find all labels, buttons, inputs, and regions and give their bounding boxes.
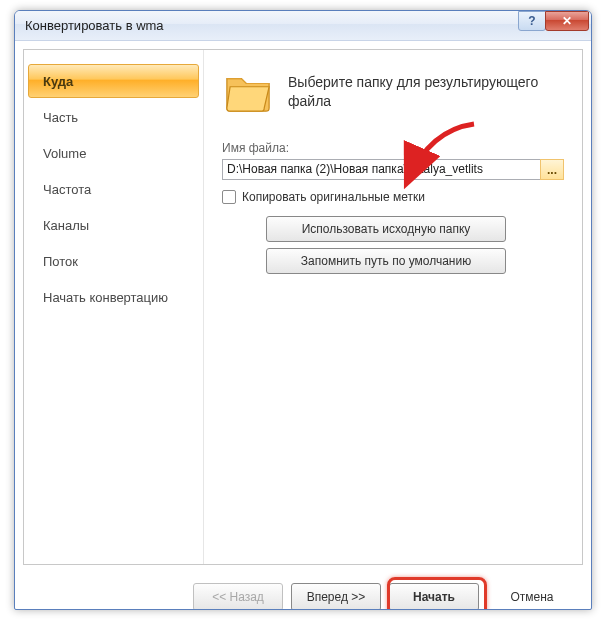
close-button[interactable]: ✕ (545, 11, 589, 31)
sidebar-item-label: Куда (43, 74, 73, 89)
remember-default-path-button[interactable]: Запомнить путь по умолчанию (266, 248, 506, 274)
start-button[interactable]: Начать (389, 583, 479, 610)
sidebar-item-label: Каналы (43, 218, 89, 233)
dialog-window: Конвертировать в wma ? ✕ Куда Часть Volu… (14, 10, 592, 610)
folder-buttons: Использовать исходную папку Запомнить пу… (266, 216, 564, 274)
copy-tags-checkbox[interactable] (222, 190, 236, 204)
window-controls: ? ✕ (519, 11, 589, 31)
heading-row: Выберите папку для результирующего файла (222, 64, 564, 119)
sidebar-item-destination[interactable]: Куда (28, 64, 199, 98)
file-path-input[interactable]: D:\Новая папка (2)\Новая папка\natalya_v… (222, 159, 541, 180)
sidebar-item-label: Volume (43, 146, 86, 161)
heading-line2: файла (288, 92, 538, 110)
window-title: Конвертировать в wma (25, 18, 164, 33)
sidebar-item-label: Начать конвертацию (43, 290, 168, 305)
heading-text: Выберите папку для результирующего файла (288, 73, 538, 109)
use-source-folder-button[interactable]: Использовать исходную папку (266, 216, 506, 242)
sidebar-item-channels[interactable]: Каналы (28, 208, 199, 242)
sidebar-item-volume[interactable]: Volume (28, 136, 199, 170)
copy-tags-label: Копировать оригинальные метки (242, 190, 425, 204)
sidebar-item-label: Поток (43, 254, 78, 269)
sidebar-item-label: Частота (43, 182, 91, 197)
sidebar-item-frequency[interactable]: Частота (28, 172, 199, 206)
sidebar-item-stream[interactable]: Поток (28, 244, 199, 278)
sidebar-item-label: Часть (43, 110, 78, 125)
heading-line1: Выберите папку для результирующего (288, 73, 538, 91)
button-bar: << Назад Вперед >> Начать Отмена (15, 573, 591, 610)
sidebar-item-part[interactable]: Часть (28, 100, 199, 134)
browse-button[interactable]: ... (540, 159, 564, 180)
back-button: << Назад (193, 583, 283, 610)
sidebar: Куда Часть Volume Частота Каналы Поток Н… (24, 50, 204, 564)
folder-icon (222, 64, 274, 119)
file-label: Имя файла: (222, 141, 564, 155)
content-frame: Куда Часть Volume Частота Каналы Поток Н… (23, 49, 583, 565)
sidebar-item-start-conversion[interactable]: Начать конвертацию (28, 280, 199, 314)
copy-tags-row[interactable]: Копировать оригинальные метки (222, 190, 564, 204)
help-button[interactable]: ? (518, 11, 546, 31)
main-panel: Выберите папку для результирующего файла… (204, 50, 582, 564)
forward-button[interactable]: Вперед >> (291, 583, 381, 610)
titlebar: Конвертировать в wma ? ✕ (15, 11, 591, 41)
cancel-button[interactable]: Отмена (487, 583, 577, 610)
file-path-row: D:\Новая папка (2)\Новая папка\natalya_v… (222, 159, 564, 180)
